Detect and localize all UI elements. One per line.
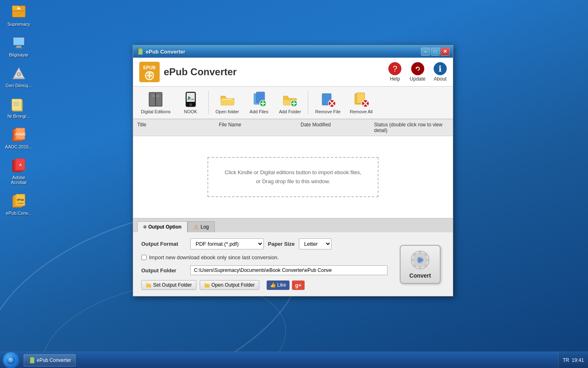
taskbar-epub-icon: 📗	[28, 357, 35, 364]
file-table-body[interactable]: Click Kindle or Digital editions button …	[133, 136, 453, 218]
desktop-icon-bilgisayar[interactable]: Bilgisayar	[4, 35, 33, 57]
svg-rect-38	[156, 93, 162, 106]
paper-size-select[interactable]: LetterA4A5	[299, 238, 332, 249]
help-icon: ?	[388, 62, 401, 75]
nr-brnngr-label: Nr.Brnngr...	[7, 114, 30, 119]
app-header: EPUB ePub Converter ? Help	[133, 58, 453, 87]
start-button[interactable]	[0, 352, 22, 368]
col-title: Title	[137, 122, 219, 133]
tab-log-label: Log	[200, 224, 209, 230]
update-button[interactable]: Update	[410, 62, 425, 82]
minimize-button[interactable]: ─	[421, 47, 430, 56]
taskbar-apps: 📗 ePub Converter	[22, 354, 558, 366]
output-section: Output Option ⚠ Log Output Format PDF fo…	[133, 218, 453, 296]
maximize-button[interactable]: □	[431, 47, 440, 56]
update-icon	[411, 62, 424, 75]
svg-text:Conv: Conv	[18, 202, 23, 204]
open-output-folder-label: Open Output Folder	[212, 282, 255, 288]
desktop-icons-container: Supremacy Bilgisayar ♻ Geri	[4, 4, 33, 215]
svg-point-46	[190, 104, 191, 105]
paper-size-label: Paper Size	[268, 241, 295, 247]
like-label: Like	[277, 282, 286, 288]
tray-time: 19:41	[572, 357, 584, 363]
gplus-label: g+	[295, 282, 302, 288]
title-bar: 📗 ePub Converter ─ □ ✕	[133, 45, 453, 58]
taskbar: 📗 ePub Converter TR 19:41	[0, 352, 588, 368]
desktop-icon-supremacy[interactable]: Supremacy	[4, 4, 33, 27]
app-title: ePub Converter	[164, 66, 237, 78]
tab-log[interactable]: ⚠ Log	[187, 221, 215, 232]
gplus-button[interactable]: g+	[292, 280, 305, 290]
open-folder-button[interactable]: Open folder	[212, 89, 243, 117]
nook-label: NOOK	[184, 109, 197, 114]
close-button[interactable]: ✕	[441, 47, 450, 56]
convert-area: Convert	[396, 238, 445, 290]
start-orb	[3, 352, 19, 368]
geri-donusum-label: Geri Dönüş...	[6, 83, 32, 88]
checkbox-row: Import new download ebook only since las…	[141, 254, 388, 260]
svg-rect-75	[411, 259, 414, 261]
open-folder-label: Open folder	[216, 109, 239, 114]
tab-output-option[interactable]: Output Option	[137, 221, 187, 232]
like-button[interactable]: 👍 Like	[267, 280, 290, 290]
taskbar-tray: TR 19:41	[558, 352, 588, 368]
about-button[interactable]: ℹ About	[434, 62, 447, 82]
digital-editions-button[interactable]: Digital Editions	[137, 89, 174, 117]
set-output-folder-button[interactable]: Set Output Folder	[141, 280, 196, 290]
folder-set-icon	[146, 282, 151, 288]
aadc-icon: AADC	[11, 127, 27, 143]
digital-editions-icon	[147, 91, 164, 108]
bilgisayar-label: Bilgisayar	[9, 52, 29, 57]
taskbar-item-epub[interactable]: 📗 ePub Converter	[24, 354, 76, 366]
desktop: Supremacy Bilgisayar ♻ Geri	[0, 0, 588, 368]
tab-warn-icon: ⚠	[194, 224, 199, 230]
title-bar-text: ePub Converter	[146, 49, 419, 55]
svg-text:ePub: ePub	[17, 198, 24, 201]
add-files-button[interactable]: Add Files	[245, 89, 273, 117]
title-bar-icon: 📗	[136, 48, 143, 55]
remove-file-button[interactable]: Remove File	[312, 89, 344, 117]
app-logo: EPUB	[139, 62, 160, 82]
adobe-label: Adobe Acrobat	[4, 175, 33, 185]
format-row: Output Format PDF format (*.pdf)EPUB for…	[141, 238, 388, 249]
output-tabs: Output Option ⚠ Log	[133, 219, 453, 232]
help-label: Help	[390, 76, 400, 82]
about-label: About	[434, 76, 446, 82]
set-output-folder-label: Set Output Folder	[153, 282, 192, 288]
supremacy-icon	[11, 4, 27, 20]
convert-button[interactable]: Convert	[400, 245, 441, 284]
help-button[interactable]: ? Help	[388, 62, 401, 82]
desktop-icon-geri-donusum[interactable]: ♻ Geri Dönüş...	[4, 65, 33, 88]
desktop-icon-epub-conv[interactable]: ePub Conv ePub.Conv...	[4, 193, 33, 215]
desktop-icon-nr-brnngr[interactable]: Nr.Brnngr...	[4, 96, 33, 119]
convert-button-label: Convert	[410, 272, 431, 279]
paper-size-row: Paper Size LetterA4A5	[268, 238, 332, 249]
open-output-folder-button[interactable]: Open Output Folder	[200, 280, 259, 290]
folder-input[interactable]	[190, 265, 388, 275]
format-select[interactable]: PDF format (*.pdf)EPUB format (*.epub)MO…	[190, 238, 264, 249]
desktop-icon-adobe[interactable]: A Adobe Acrobat	[4, 157, 33, 185]
desktop-icon-aadc[interactable]: AADC AADC.2015...	[4, 127, 33, 149]
remove-all-icon	[353, 91, 370, 108]
toolbar-sep-2	[308, 91, 308, 114]
add-folder-label: Add Folder	[279, 109, 301, 114]
svg-rect-6	[16, 46, 21, 47]
supremacy-label: Supremacy	[7, 22, 30, 27]
import-checkbox[interactable]	[141, 255, 147, 260]
nook-button[interactable]: NOOK NOOK	[176, 89, 205, 117]
toolbar-sep-1	[208, 91, 209, 114]
svg-point-33	[414, 65, 422, 73]
file-table-header: Title File Name Date Modified Status (do…	[133, 119, 453, 136]
nr-brnngr-icon	[11, 96, 27, 112]
remove-all-button[interactable]: Remove All	[346, 89, 376, 117]
add-files-icon	[251, 91, 267, 108]
add-folder-button[interactable]: Add Folder	[275, 89, 305, 117]
drop-hint-line2: or Drag drop file to this window.	[256, 178, 330, 184]
digital-editions-label: Digital Editions	[141, 109, 171, 114]
add-files-label: Add Files	[249, 109, 268, 114]
import-checkbox-label: Import new download ebook only since las…	[149, 254, 279, 260]
output-form: Output Format PDF format (*.pdf)EPUB for…	[141, 238, 388, 290]
svg-text:♻: ♻	[16, 71, 22, 78]
svg-text:EPUB: EPUB	[143, 65, 156, 70]
col-filename: File Name	[219, 122, 301, 133]
